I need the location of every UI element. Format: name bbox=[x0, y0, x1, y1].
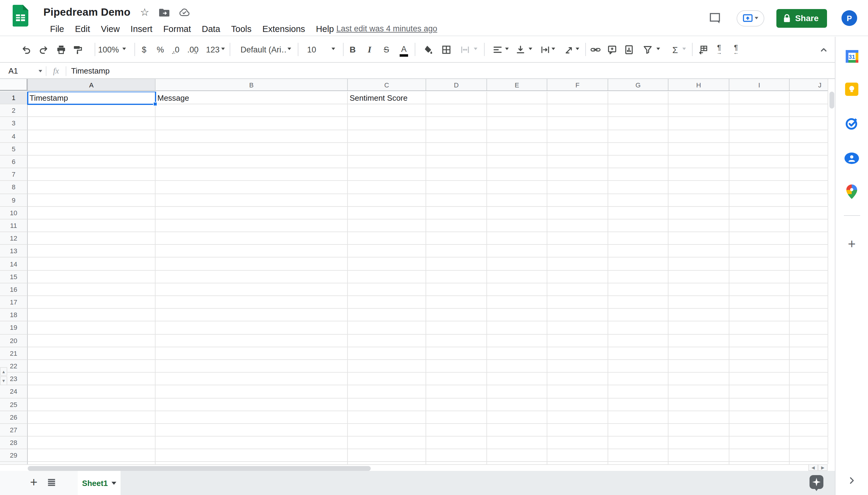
move-to-folder-icon[interactable] bbox=[159, 7, 169, 17]
cell-A27[interactable] bbox=[28, 424, 156, 437]
cell-E4[interactable] bbox=[487, 130, 547, 142]
cell-D21[interactable] bbox=[426, 347, 487, 360]
cell-F11[interactable] bbox=[547, 220, 608, 232]
cell-H25[interactable] bbox=[669, 398, 729, 411]
cell-E28[interactable] bbox=[487, 437, 547, 449]
comment-history-icon[interactable] bbox=[709, 12, 721, 24]
selected-cell-outline[interactable] bbox=[27, 92, 156, 105]
vertical-scrollbar-thumb[interactable] bbox=[829, 92, 834, 108]
cell-J26[interactable] bbox=[789, 411, 828, 424]
cell-C19[interactable] bbox=[348, 322, 426, 334]
cell-H10[interactable] bbox=[669, 206, 729, 219]
row-header-4[interactable]: 4 bbox=[0, 130, 28, 142]
cell-I8[interactable] bbox=[729, 181, 789, 194]
cell-C30[interactable] bbox=[348, 462, 426, 464]
cell-J16[interactable] bbox=[789, 284, 828, 296]
cell-I6[interactable] bbox=[729, 156, 789, 168]
cell-G1[interactable] bbox=[608, 92, 669, 104]
cell-I20[interactable] bbox=[729, 334, 789, 347]
cell-F12[interactable] bbox=[547, 232, 608, 245]
cell-A24[interactable] bbox=[28, 386, 156, 398]
cell-I27[interactable] bbox=[729, 424, 789, 437]
paragraph-ltr-icon[interactable]: ¶→ bbox=[711, 41, 727, 57]
cell-J28[interactable] bbox=[789, 437, 828, 449]
cell-B18[interactable] bbox=[156, 309, 348, 321]
format-percent-button[interactable]: % bbox=[153, 41, 168, 57]
cell-E27[interactable] bbox=[487, 424, 547, 437]
scroll-left-button[interactable]: ◀ bbox=[808, 464, 818, 471]
row-header-2[interactable]: 2 bbox=[0, 104, 28, 117]
menu-view[interactable]: View bbox=[96, 24, 125, 34]
cell-I23[interactable] bbox=[729, 373, 789, 385]
cell-J12[interactable] bbox=[789, 232, 828, 245]
cell-F27[interactable] bbox=[547, 424, 608, 437]
cell-F19[interactable] bbox=[547, 322, 608, 334]
cell-J17[interactable] bbox=[789, 296, 828, 309]
google-keep-icon[interactable] bbox=[843, 81, 860, 98]
cell-A10[interactable] bbox=[28, 206, 156, 219]
cell-B13[interactable] bbox=[156, 245, 348, 258]
cell-J9[interactable] bbox=[789, 194, 828, 206]
cell-J30[interactable] bbox=[789, 462, 828, 464]
cell-I1[interactable] bbox=[729, 92, 789, 104]
cell-A8[interactable] bbox=[28, 181, 156, 194]
fill-color-button[interactable] bbox=[419, 41, 435, 57]
cell-I3[interactable] bbox=[729, 117, 789, 130]
cell-F14[interactable] bbox=[547, 258, 608, 270]
cell-E18[interactable] bbox=[487, 309, 547, 321]
cell-E14[interactable] bbox=[487, 258, 547, 270]
cell-D6[interactable] bbox=[426, 156, 487, 168]
cell-B29[interactable] bbox=[156, 449, 348, 462]
cell-A20[interactable] bbox=[28, 334, 156, 347]
cell-E2[interactable] bbox=[487, 104, 547, 117]
cell-J11[interactable] bbox=[789, 220, 828, 232]
cell-E7[interactable] bbox=[487, 168, 547, 181]
cell-E29[interactable] bbox=[487, 449, 547, 462]
cell-G27[interactable] bbox=[608, 424, 669, 437]
cell-J2[interactable] bbox=[789, 104, 828, 117]
cell-B8[interactable] bbox=[156, 181, 348, 194]
cell-H9[interactable] bbox=[669, 194, 729, 206]
cell-C16[interactable] bbox=[348, 284, 426, 296]
cell-D13[interactable] bbox=[426, 245, 487, 258]
cell-D11[interactable] bbox=[426, 220, 487, 232]
cell-A5[interactable] bbox=[28, 143, 156, 156]
menu-help[interactable]: Help bbox=[310, 24, 340, 34]
filter-views-caret-icon[interactable] bbox=[656, 48, 660, 50]
cell-H12[interactable] bbox=[669, 232, 729, 245]
cell-D20[interactable] bbox=[426, 334, 487, 347]
cell-H19[interactable] bbox=[669, 322, 729, 334]
cell-I14[interactable] bbox=[729, 258, 789, 270]
menu-format[interactable]: Format bbox=[158, 24, 196, 34]
google-maps-icon[interactable] bbox=[843, 183, 860, 200]
row-header-20[interactable]: 20 bbox=[0, 334, 28, 347]
cell-C10[interactable] bbox=[348, 206, 426, 219]
row-header-8[interactable]: 8 bbox=[0, 181, 28, 194]
cell-E8[interactable] bbox=[487, 181, 547, 194]
google-tasks-icon[interactable] bbox=[843, 115, 860, 132]
cell-A11[interactable] bbox=[28, 220, 156, 232]
cell-A16[interactable] bbox=[28, 284, 156, 296]
cell-G5[interactable] bbox=[608, 143, 669, 156]
cell-D16[interactable] bbox=[426, 284, 487, 296]
cell-F6[interactable] bbox=[547, 156, 608, 168]
cell-H6[interactable] bbox=[669, 156, 729, 168]
cell-F16[interactable] bbox=[547, 284, 608, 296]
cell-I16[interactable] bbox=[729, 284, 789, 296]
cell-D3[interactable] bbox=[426, 117, 487, 130]
star-icon[interactable]: ☆ bbox=[140, 6, 150, 18]
cell-I13[interactable] bbox=[729, 245, 789, 258]
insert-comment-button[interactable] bbox=[604, 41, 620, 57]
cell-G20[interactable] bbox=[608, 334, 669, 347]
cell-J4[interactable] bbox=[789, 130, 828, 142]
cell-A12[interactable] bbox=[28, 232, 156, 245]
cell-G3[interactable] bbox=[608, 117, 669, 130]
row-header-24[interactable]: 24 bbox=[0, 386, 28, 398]
cell-G17[interactable] bbox=[608, 296, 669, 309]
column-header-E[interactable]: E bbox=[487, 79, 547, 90]
cell-G10[interactable] bbox=[608, 206, 669, 219]
cell-J1[interactable] bbox=[789, 92, 828, 104]
row-header-17[interactable]: 17 bbox=[0, 296, 28, 309]
column-header-A[interactable]: A bbox=[28, 79, 156, 90]
scroll-up-button[interactable]: ▲ bbox=[0, 367, 7, 376]
